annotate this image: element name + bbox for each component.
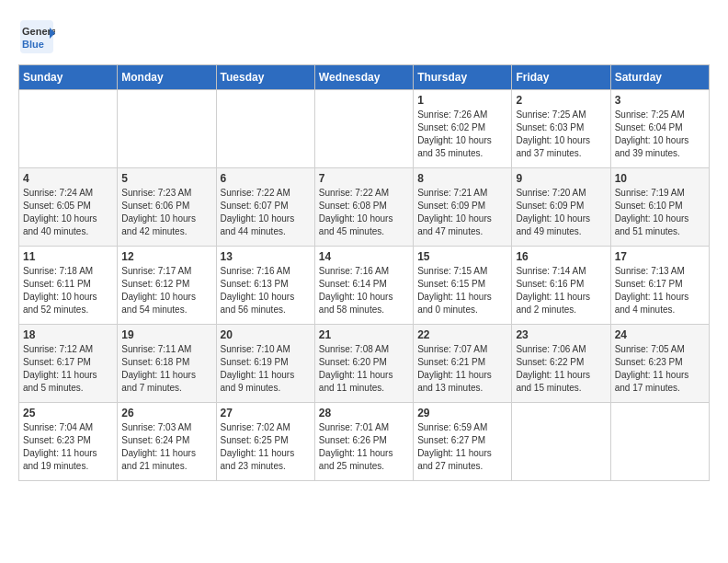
day-info: Sunrise: 7:05 AM Sunset: 6:23 PM Dayligh… bbox=[615, 343, 705, 395]
calendar-cell: 8Sunrise: 7:21 AM Sunset: 6:09 PM Daylig… bbox=[414, 168, 512, 247]
day-number: 22 bbox=[417, 328, 507, 341]
svg-text:Blue: Blue bbox=[22, 39, 44, 50]
calendar-cell: 12Sunrise: 7:17 AM Sunset: 6:12 PM Dayli… bbox=[118, 247, 216, 325]
day-number: 21 bbox=[319, 328, 409, 341]
day-info: Sunrise: 7:04 AM Sunset: 6:23 PM Dayligh… bbox=[23, 421, 113, 473]
calendar-cell: 2Sunrise: 7:25 AM Sunset: 6:03 PM Daylig… bbox=[512, 90, 610, 168]
day-info: Sunrise: 7:22 AM Sunset: 6:07 PM Dayligh… bbox=[221, 187, 311, 238]
day-number: 29 bbox=[417, 407, 507, 419]
header-row: SundayMondayTuesdayWednesdayThursdayFrid… bbox=[19, 65, 710, 90]
calendar-body: 1Sunrise: 7:26 AM Sunset: 6:02 PM Daylig… bbox=[19, 90, 710, 481]
calendar-cell: 9Sunrise: 7:20 AM Sunset: 6:09 PM Daylig… bbox=[512, 168, 610, 247]
calendar-cell: 28Sunrise: 7:01 AM Sunset: 6:26 PM Dayli… bbox=[314, 403, 413, 481]
calendar-cell: 4Sunrise: 7:24 AM Sunset: 6:05 PM Daylig… bbox=[19, 168, 118, 247]
day-number: 8 bbox=[417, 172, 507, 185]
logo: General Blue bbox=[18, 18, 55, 55]
day-number: 19 bbox=[121, 328, 211, 341]
logo-svg: General Blue bbox=[18, 18, 55, 55]
day-info: Sunrise: 7:12 AM Sunset: 6:17 PM Dayligh… bbox=[23, 343, 113, 395]
day-number: 11 bbox=[23, 250, 113, 263]
header-cell-tuesday: Tuesday bbox=[216, 65, 314, 90]
day-number: 28 bbox=[319, 407, 409, 419]
calendar-cell: 3Sunrise: 7:25 AM Sunset: 6:04 PM Daylig… bbox=[610, 90, 709, 168]
calendar-cell: 23Sunrise: 7:06 AM Sunset: 6:22 PM Dayli… bbox=[512, 325, 610, 403]
week-row-4: 25Sunrise: 7:04 AM Sunset: 6:23 PM Dayli… bbox=[19, 403, 710, 481]
day-info: Sunrise: 6:59 AM Sunset: 6:27 PM Dayligh… bbox=[417, 421, 507, 473]
day-number: 9 bbox=[516, 172, 606, 185]
calendar-cell: 1Sunrise: 7:26 AM Sunset: 6:02 PM Daylig… bbox=[414, 90, 512, 168]
day-info: Sunrise: 7:25 AM Sunset: 6:03 PM Dayligh… bbox=[516, 109, 606, 160]
day-info: Sunrise: 7:06 AM Sunset: 6:22 PM Dayligh… bbox=[516, 343, 606, 395]
calendar-cell: 19Sunrise: 7:11 AM Sunset: 6:18 PM Dayli… bbox=[118, 325, 216, 403]
calendar-cell bbox=[216, 90, 314, 168]
day-number: 3 bbox=[615, 94, 705, 107]
calendar-cell: 20Sunrise: 7:10 AM Sunset: 6:19 PM Dayli… bbox=[216, 325, 314, 403]
day-info: Sunrise: 7:16 AM Sunset: 6:14 PM Dayligh… bbox=[319, 265, 409, 316]
header-cell-saturday: Saturday bbox=[610, 65, 709, 90]
day-number: 13 bbox=[221, 250, 311, 263]
day-number: 7 bbox=[319, 172, 409, 185]
day-info: Sunrise: 7:25 AM Sunset: 6:04 PM Dayligh… bbox=[615, 109, 705, 160]
day-number: 5 bbox=[121, 172, 211, 185]
header-cell-sunday: Sunday bbox=[19, 65, 118, 90]
day-number: 24 bbox=[615, 328, 705, 341]
day-info: Sunrise: 7:08 AM Sunset: 6:20 PM Dayligh… bbox=[319, 343, 409, 395]
day-number: 2 bbox=[516, 94, 606, 107]
calendar-cell: 11Sunrise: 7:18 AM Sunset: 6:11 PM Dayli… bbox=[19, 247, 118, 325]
day-info: Sunrise: 7:17 AM Sunset: 6:12 PM Dayligh… bbox=[121, 265, 211, 316]
day-number: 1 bbox=[417, 94, 507, 107]
calendar-cell: 13Sunrise: 7:16 AM Sunset: 6:13 PM Dayli… bbox=[216, 247, 314, 325]
day-number: 16 bbox=[516, 250, 606, 263]
day-info: Sunrise: 7:16 AM Sunset: 6:13 PM Dayligh… bbox=[221, 265, 311, 316]
calendar-cell: 22Sunrise: 7:07 AM Sunset: 6:21 PM Dayli… bbox=[414, 325, 512, 403]
day-info: Sunrise: 7:14 AM Sunset: 6:16 PM Dayligh… bbox=[516, 265, 606, 316]
day-number: 14 bbox=[319, 250, 409, 263]
week-row-3: 18Sunrise: 7:12 AM Sunset: 6:17 PM Dayli… bbox=[19, 325, 710, 403]
calendar-cell bbox=[314, 90, 413, 168]
calendar-cell bbox=[512, 403, 610, 481]
day-info: Sunrise: 7:01 AM Sunset: 6:26 PM Dayligh… bbox=[319, 421, 409, 473]
header-cell-wednesday: Wednesday bbox=[314, 65, 413, 90]
calendar-cell: 15Sunrise: 7:15 AM Sunset: 6:15 PM Dayli… bbox=[414, 247, 512, 325]
calendar-cell: 17Sunrise: 7:13 AM Sunset: 6:17 PM Dayli… bbox=[610, 247, 709, 325]
calendar-cell: 18Sunrise: 7:12 AM Sunset: 6:17 PM Dayli… bbox=[19, 325, 118, 403]
week-row-2: 11Sunrise: 7:18 AM Sunset: 6:11 PM Dayli… bbox=[19, 247, 710, 325]
day-info: Sunrise: 7:11 AM Sunset: 6:18 PM Dayligh… bbox=[121, 343, 211, 395]
day-info: Sunrise: 7:15 AM Sunset: 6:15 PM Dayligh… bbox=[417, 265, 507, 316]
day-info: Sunrise: 7:13 AM Sunset: 6:17 PM Dayligh… bbox=[615, 265, 705, 316]
day-info: Sunrise: 7:23 AM Sunset: 6:06 PM Dayligh… bbox=[121, 187, 211, 238]
day-number: 26 bbox=[121, 407, 211, 419]
calendar-cell: 27Sunrise: 7:02 AM Sunset: 6:25 PM Dayli… bbox=[216, 403, 314, 481]
calendar-cell: 29Sunrise: 6:59 AM Sunset: 6:27 PM Dayli… bbox=[414, 403, 512, 481]
day-info: Sunrise: 7:22 AM Sunset: 6:08 PM Dayligh… bbox=[319, 187, 409, 238]
calendar-cell: 10Sunrise: 7:19 AM Sunset: 6:10 PM Dayli… bbox=[610, 168, 709, 247]
calendar-cell: 25Sunrise: 7:04 AM Sunset: 6:23 PM Dayli… bbox=[19, 403, 118, 481]
header-cell-thursday: Thursday bbox=[414, 65, 512, 90]
calendar-cell: 24Sunrise: 7:05 AM Sunset: 6:23 PM Dayli… bbox=[610, 325, 709, 403]
calendar-header: SundayMondayTuesdayWednesdayThursdayFrid… bbox=[19, 65, 710, 90]
day-info: Sunrise: 7:18 AM Sunset: 6:11 PM Dayligh… bbox=[23, 265, 113, 316]
day-number: 4 bbox=[23, 172, 113, 185]
day-info: Sunrise: 7:24 AM Sunset: 6:05 PM Dayligh… bbox=[23, 187, 113, 238]
day-info: Sunrise: 7:10 AM Sunset: 6:19 PM Dayligh… bbox=[221, 343, 311, 395]
day-number: 20 bbox=[221, 328, 311, 341]
week-row-0: 1Sunrise: 7:26 AM Sunset: 6:02 PM Daylig… bbox=[19, 90, 710, 168]
day-number: 12 bbox=[121, 250, 211, 263]
calendar-cell bbox=[118, 90, 216, 168]
calendar-cell: 6Sunrise: 7:22 AM Sunset: 6:07 PM Daylig… bbox=[216, 168, 314, 247]
day-number: 25 bbox=[23, 407, 113, 419]
day-info: Sunrise: 7:20 AM Sunset: 6:09 PM Dayligh… bbox=[516, 187, 606, 238]
day-info: Sunrise: 7:02 AM Sunset: 6:25 PM Dayligh… bbox=[221, 421, 311, 473]
calendar-cell: 14Sunrise: 7:16 AM Sunset: 6:14 PM Dayli… bbox=[314, 247, 413, 325]
day-number: 27 bbox=[221, 407, 311, 419]
day-info: Sunrise: 7:03 AM Sunset: 6:24 PM Dayligh… bbox=[121, 421, 211, 473]
day-number: 10 bbox=[615, 172, 705, 185]
day-info: Sunrise: 7:26 AM Sunset: 6:02 PM Dayligh… bbox=[417, 109, 507, 160]
day-info: Sunrise: 7:21 AM Sunset: 6:09 PM Dayligh… bbox=[417, 187, 507, 238]
calendar-cell: 7Sunrise: 7:22 AM Sunset: 6:08 PM Daylig… bbox=[314, 168, 413, 247]
day-number: 17 bbox=[615, 250, 705, 263]
calendar-cell: 5Sunrise: 7:23 AM Sunset: 6:06 PM Daylig… bbox=[118, 168, 216, 247]
calendar-cell: 21Sunrise: 7:08 AM Sunset: 6:20 PM Dayli… bbox=[314, 325, 413, 403]
day-number: 18 bbox=[23, 328, 113, 341]
day-number: 15 bbox=[417, 250, 507, 263]
